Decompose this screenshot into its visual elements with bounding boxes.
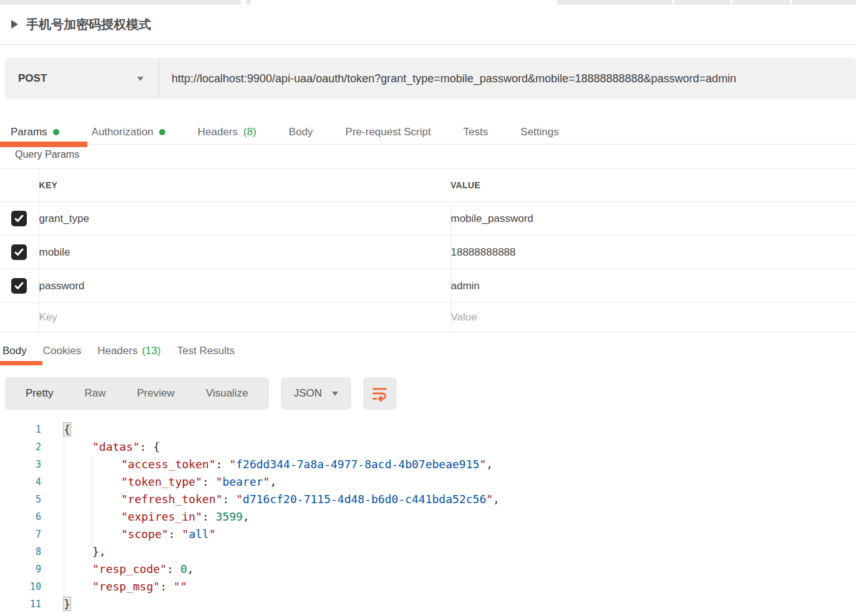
tab-cookies[interactable]: Cookies	[43, 345, 81, 357]
row-checkbox[interactable]	[11, 211, 27, 226]
code-token: :	[167, 562, 180, 575]
response-code[interactable]: 1{2"datas": {3"access_token": "f26dd344-…	[0, 421, 856, 613]
code-token: "resp_code"	[92, 562, 167, 575]
view-pretty-button[interactable]: Pretty	[10, 387, 69, 400]
green-dot-icon	[159, 129, 165, 135]
tab-label: Headers	[198, 126, 238, 138]
param-value-cell[interactable]: 18888888888	[450, 236, 856, 269]
code-line: 8},	[0, 543, 856, 561]
param-key-cell[interactable]: grant_type	[39, 202, 450, 236]
placeholder-checkbox-cell	[0, 303, 39, 332]
line-number: 8	[0, 543, 41, 561]
code-token: :	[223, 493, 236, 506]
view-raw-button[interactable]: Raw	[69, 387, 121, 400]
code-token: 0	[180, 562, 187, 575]
code-token: "	[182, 527, 189, 541]
format-label: JSON	[294, 387, 322, 400]
chevron-down-icon	[137, 77, 143, 81]
indent-guide	[64, 560, 64, 579]
code-line: 5"refresh_token": "d716cf20-7115-4d48-b6…	[0, 491, 856, 508]
code-token: "	[209, 527, 216, 541]
param-value-cell[interactable]: admin	[450, 269, 856, 303]
code-token: f26dd344-7a8a-4977-8acd-4b07ebeae915	[236, 458, 479, 471]
method-label: POST	[18, 72, 47, 85]
code-token: ,	[187, 562, 194, 575]
tab-remnant	[732, 0, 790, 4]
code-line: 7"scope": "all"	[0, 526, 856, 543]
param-value-cell[interactable]: mobile_password	[450, 202, 856, 236]
code-line: 6"expires_in": 3599,	[0, 508, 856, 526]
indent-guide	[64, 577, 64, 596]
code-token: "	[216, 475, 223, 488]
tab-label: Tests	[464, 126, 489, 138]
code-token: {	[64, 423, 71, 436]
format-dropdown[interactable]: JSON	[281, 377, 351, 410]
code-token: "	[263, 475, 270, 488]
code-token: "access_token"	[121, 458, 216, 471]
tab-settings[interactable]: Settings	[520, 126, 558, 138]
green-dot-icon	[53, 129, 59, 135]
query-params-label: Query Params	[15, 145, 856, 162]
tab-params[interactable]: Params	[11, 126, 59, 138]
line-number: 2	[0, 438, 41, 456]
view-visualize-button[interactable]: Visualize	[190, 387, 264, 400]
indent-guide	[64, 525, 64, 544]
tab-count: (13)	[142, 345, 160, 357]
code-line: 2"datas": {	[0, 438, 856, 456]
view-switcher: Pretty Raw Preview Visualize	[5, 377, 269, 410]
param-key-cell[interactable]: mobile	[39, 236, 450, 269]
wrap-text-icon	[371, 385, 388, 402]
key-placeholder-input[interactable]: Key	[39, 303, 450, 332]
collection-header: 手机号加密码授权模式	[0, 4, 856, 45]
code-line: 1{	[0, 421, 856, 438]
indent-guide	[92, 473, 93, 491]
value-placeholder-input[interactable]: Value	[450, 303, 856, 332]
request-tabs: Params Authorization Headers (8) Body Pr…	[0, 120, 856, 145]
code-line-content: "resp_code": 0,	[64, 561, 194, 578]
code-token: "	[236, 493, 243, 506]
active-tab-indicator	[0, 142, 87, 147]
active-tab-indicator	[0, 361, 42, 365]
code-token: bearer	[223, 475, 263, 488]
header-checkbox-cell	[0, 169, 39, 202]
table-header-row: KEY VALUE	[0, 169, 856, 202]
table-row: password admin	[0, 269, 856, 303]
chevron-down-icon	[332, 392, 338, 396]
tab-label: Headers	[97, 345, 137, 357]
tab-response-body[interactable]: Body	[2, 345, 27, 357]
row-checkbox[interactable]	[11, 278, 27, 294]
table-row: mobile 18888888888	[0, 236, 856, 269]
tab-pre-request-script[interactable]: Pre-request Script	[346, 126, 431, 138]
line-number: 1	[0, 421, 41, 438]
tab-response-headers[interactable]: Headers (13)	[97, 345, 161, 357]
code-token: "datas"	[92, 440, 140, 453]
checkmark-icon	[14, 248, 24, 256]
row-checkbox[interactable]	[11, 244, 27, 260]
table-row: grant_type mobile_password	[0, 202, 856, 236]
query-params-table: KEY VALUE grant_type mobile_password mob…	[0, 168, 856, 332]
tab-test-results[interactable]: Test Results	[177, 345, 235, 357]
triangle-right-icon[interactable]	[11, 20, 18, 29]
tab-headers[interactable]: Headers (8)	[198, 126, 256, 138]
method-dropdown[interactable]: POST	[5, 58, 159, 99]
indent-guide	[64, 508, 64, 526]
code-line-content: "expires_in": 3599,	[64, 508, 250, 526]
request-bar: POST http://localhost:9900/api-uaa/oauth…	[5, 58, 856, 99]
wrap-text-button[interactable]	[363, 377, 397, 410]
code-token: "	[229, 458, 236, 471]
url-input[interactable]: http://localhost:9900/api-uaa/oauth/toke…	[159, 58, 856, 99]
tab-authorization[interactable]: Authorization	[92, 126, 165, 138]
view-preview-button[interactable]: Preview	[121, 387, 190, 400]
tab-label: Settings	[520, 126, 558, 138]
param-key-cell[interactable]: password	[39, 269, 450, 303]
key-column-header: KEY	[39, 169, 450, 202]
code-line-content: "access_token": "f26dd344-7a8a-4977-8acd…	[64, 456, 493, 473]
line-number: 11	[0, 595, 41, 613]
tab-body[interactable]: Body	[289, 126, 313, 138]
value-column-header: VALUE	[450, 169, 856, 202]
indent-guide	[64, 438, 64, 456]
code-token: {	[153, 440, 160, 453]
code-token: :	[216, 458, 230, 471]
code-line-content: "scope": "all"	[64, 526, 216, 543]
tab-tests[interactable]: Tests	[464, 126, 489, 138]
